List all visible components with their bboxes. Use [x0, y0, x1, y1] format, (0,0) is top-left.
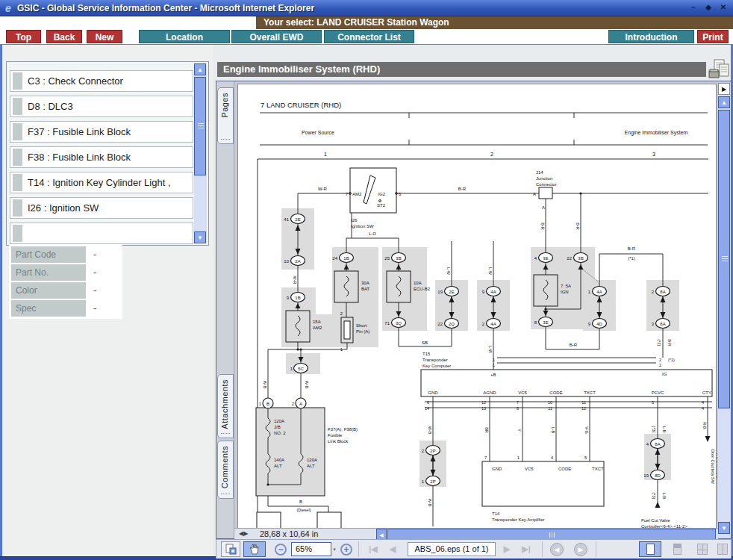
back-button[interactable]: Back: [46, 30, 82, 43]
diagram-label: AM2: [313, 326, 322, 330]
diagram-label: 1: [517, 455, 520, 460]
diagram-label: (Diesel): [297, 508, 311, 512]
view-previous-button[interactable]: ◀: [549, 541, 565, 557]
scroll-down-icon[interactable]: ▼: [194, 231, 206, 243]
list-item[interactable]: F37 : Fusible Link Block: [10, 121, 193, 143]
diagram-label: 8: [517, 406, 519, 411]
connector-list-button[interactable]: Connector List: [324, 30, 414, 43]
tab-pages[interactable]: Pages: [217, 87, 234, 144]
zoom-dropdown-icon[interactable]: ▾: [331, 541, 337, 557]
zoom-in-button[interactable]: +: [339, 541, 354, 557]
location-button[interactable]: Location: [139, 30, 230, 43]
browser-window: e GSIC - Global Service Information Cent…: [0, 0, 733, 560]
list-item[interactable]: D8 : DLC3: [10, 96, 193, 117]
introduction-button[interactable]: Introduction: [608, 30, 694, 43]
first-page-button[interactable]: |◀: [365, 541, 381, 557]
view-next-button[interactable]: ▶: [573, 541, 589, 557]
page-indicator[interactable]: ABS_06.eps (1 of 1): [408, 542, 496, 556]
diagram-label: GND: [492, 467, 502, 471]
zoom-level-value: 65%: [296, 544, 312, 553]
minimize-icon[interactable]: −: [688, 2, 699, 13]
splitter-handle-icon[interactable]: ◀▶: [239, 530, 248, 537]
left-panel: C3 : Check Connector D8 : DLC3 F37 : Fus…: [2, 45, 213, 556]
new-button[interactable]: New: [87, 30, 122, 43]
close-icon[interactable]: ✕: [718, 2, 729, 13]
diagram-label: 1: [324, 152, 327, 157]
continuous-icon: [673, 544, 681, 555]
document-page[interactable]: 7 LAND CRUISER (RHD)Power SourceEngine I…: [237, 84, 717, 530]
list-scrollbar[interactable]: ▲ ▼: [194, 63, 207, 243]
tab-attachments[interactable]: Attachments: [217, 374, 234, 438]
tab-label: Pages: [220, 93, 229, 118]
diagram-label: Transponder: [422, 358, 448, 362]
hand-tool-button[interactable]: [243, 541, 266, 557]
continuous-view-button[interactable]: [667, 541, 687, 557]
diagram-label: B-R: [628, 246, 636, 251]
diagram-label: 8D: [655, 473, 661, 478]
list-item[interactable]: T14 : Ignition Key Cylinder Light ,: [10, 172, 193, 193]
diagram-label: 7: [484, 455, 487, 460]
diagram-label: 5C: [298, 367, 304, 371]
part-code-label: Part Code: [11, 246, 86, 263]
zoom-out-icon: −: [275, 544, 287, 556]
continuous-facing-view-button[interactable]: [693, 541, 712, 557]
snapshot-tool-button[interactable]: [221, 541, 240, 557]
page-title: Engine Immobiliser System (RHD): [217, 62, 706, 77]
overall-ewd-button[interactable]: Overall EWD: [231, 30, 322, 43]
scroll-down-icon[interactable]: ▼: [718, 522, 730, 534]
connector-list-box: C3 : Check Connector D8 : DLC3 F37 : Fus…: [6, 61, 209, 246]
expand-right-icon[interactable]: ▶: [718, 83, 730, 95]
diagram-label: Junction: [536, 176, 552, 181]
diagram-label: Fusible: [328, 433, 343, 438]
diagram-label: Ignition SW: [351, 224, 374, 228]
diagram-label: 71: [384, 321, 390, 326]
tab-label: Attachments: [220, 379, 229, 429]
last-page-button[interactable]: ▶|: [518, 541, 534, 557]
print-button[interactable]: Print: [697, 30, 729, 43]
viewer-toolbar: − 65% ▾ + |◀ ◀ ABS_06.eps (1 of 1) ▶ ▶| …: [216, 539, 732, 559]
print-page-icon[interactable]: [708, 59, 730, 80]
diagram-label: 120A: [274, 419, 284, 423]
scrollbar-thumb[interactable]: [718, 110, 730, 408]
last-page-icon: ▶|: [522, 544, 531, 554]
diagram-label: 10: [548, 400, 552, 405]
top-button[interactable]: Top: [6, 30, 41, 43]
diagram-label: Connector: [536, 182, 557, 187]
diagram-label: SB: [422, 340, 428, 345]
diagram-label: 2: [659, 358, 661, 362]
diagram-label: Fuel Cut Valve: [641, 518, 671, 523]
tab-label: Comments: [220, 446, 229, 488]
diagram-label: 1: [259, 402, 262, 406]
single-page-view-button[interactable]: [639, 541, 661, 557]
list-item[interactable]: F38 : Fusible Link Block: [10, 146, 193, 168]
facing-icon: [717, 544, 728, 555]
previous-page-button[interactable]: ◀: [385, 541, 400, 557]
scroll-up-icon[interactable]: ▲: [194, 63, 206, 75]
diagram-label: R-B: [702, 422, 707, 429]
diagram-label: B: [299, 500, 302, 504]
document-size-label: 28,68 x 10,64 in: [260, 529, 318, 538]
list-item[interactable]: [10, 223, 193, 244]
viewer-vertical-scrollbar[interactable]: ▶ ▲ ▼: [718, 83, 731, 538]
restore-icon[interactable]: ◆: [703, 2, 714, 13]
title-bar[interactable]: e GSIC - Global Service Information Cent…: [0, 0, 733, 16]
diagram-label: 4: [702, 406, 704, 411]
spec-label: Spec: [11, 300, 86, 317]
facing-view-button[interactable]: [714, 541, 732, 557]
diagram-label: Key Computer: [422, 364, 451, 368]
diagram-label: J14: [536, 170, 543, 175]
list-item[interactable]: C3 : Check Connector: [10, 70, 193, 92]
zoom-level-input[interactable]: 65%: [291, 542, 331, 556]
diagram-label: CTY: [702, 391, 711, 395]
next-page-button[interactable]: ▶: [499, 541, 514, 557]
scrollbar-thumb[interactable]: [194, 77, 206, 175]
part-code-value: -: [86, 246, 119, 263]
single-page-icon: [646, 544, 655, 555]
scroll-up-icon[interactable]: ▲: [718, 96, 730, 108]
zoom-out-button[interactable]: −: [273, 541, 288, 557]
diagram-label: BAT: [361, 287, 370, 291]
diagram-label: 6: [399, 192, 402, 196]
diagram-label: A: [299, 402, 302, 406]
tab-comments[interactable]: Comments: [217, 441, 234, 499]
list-item[interactable]: I26 : Ignition SW: [10, 197, 193, 219]
